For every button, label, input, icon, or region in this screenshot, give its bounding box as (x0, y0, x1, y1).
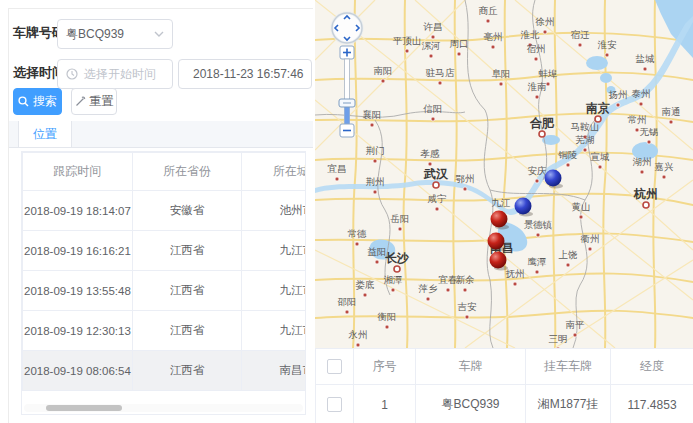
city-label: 咸宁 (428, 193, 447, 204)
vehicle-table-card: 序号 车牌 挂车车牌 经度 1粤BCQ939湘M1877挂117.4853 (315, 348, 693, 423)
city-label: 孝感 (420, 148, 441, 159)
city-dot (543, 30, 547, 34)
city-label: 鹰潭 (528, 256, 547, 267)
city-label: 永州 (348, 329, 368, 340)
table-row[interactable]: 2018-09-19 18:14:07安徽省池州市 (23, 191, 307, 231)
blue-location-marker[interactable] (545, 170, 562, 187)
city-dot (370, 123, 374, 127)
blue-location-marker[interactable] (515, 198, 532, 215)
city-label: 南通 (662, 106, 681, 117)
city-dot (438, 81, 442, 85)
city-dot (385, 325, 389, 329)
row-checkbox[interactable] (327, 397, 342, 412)
city-dot (463, 187, 467, 191)
city-dot (431, 35, 435, 39)
tab-bar: 位置 (9, 121, 313, 148)
city-dot (662, 175, 666, 179)
clock-icon (66, 68, 78, 80)
track-table-card: 跟踪时间所在省份所在城市 2018-09-19 18:14:07安徽省池州市20… (21, 151, 306, 415)
table-cell: 江西省 (132, 351, 242, 391)
vehicle-table: 序号 车牌 挂车车牌 经度 1粤BCQ939湘M1877挂117.4853 (315, 348, 693, 423)
city-label: 杭州 (633, 187, 658, 201)
end-time-value: 2018-11-23 16:57:46 (193, 67, 304, 81)
plate-number-select[interactable]: 粤BCQ939 (57, 19, 173, 49)
table-row[interactable]: 2018-09-19 08:06:54江西省南昌市 (23, 351, 307, 391)
city-dot (635, 128, 639, 132)
table-cell: 池州市 (242, 191, 306, 231)
city-label: 九江 (492, 197, 511, 208)
end-time-input[interactable]: 2018-11-23 16:57:46 (178, 59, 312, 89)
city-dot (463, 288, 467, 292)
city-label: 无锡 (640, 126, 659, 137)
map-pan-control[interactable] (332, 13, 362, 43)
city-dot (499, 82, 503, 86)
city-dot (534, 57, 538, 61)
city-label: 周口 (450, 38, 469, 49)
city-dot (578, 43, 582, 47)
city-dot (539, 131, 545, 137)
city-label: 景德镇 (524, 219, 553, 230)
table-cell: 九江市 (242, 271, 306, 311)
city-dot (457, 52, 461, 56)
col-index: 序号 (354, 349, 416, 385)
tab-location[interactable]: 位置 (18, 121, 72, 147)
city-dot (446, 288, 450, 292)
city-label: 上饶 (559, 249, 578, 260)
city-dot (535, 95, 539, 99)
red-location-marker[interactable] (491, 211, 508, 228)
city-dot (640, 170, 644, 174)
reset-button[interactable]: 重置 (71, 88, 117, 115)
query-panel: 车牌号码 粤BCQ939 选择时间 选择开始时间 2018-11-23 16:5… (8, 8, 313, 423)
start-time-input[interactable]: 选择开始时间 (57, 59, 173, 89)
table-row[interactable]: 1粤BCQ939湘M1877挂117.4853 (316, 385, 693, 423)
city-dot (373, 159, 377, 163)
map-canvas[interactable]: 商丘许昌平顶山漯河周口亳州徐州淮北宿州宿迁淮安盐城南阳驻马店阜阳蚌埠淮南信阳襄阳… (315, 0, 693, 348)
city-label: 三明 (549, 333, 568, 344)
table-cell: 1 (354, 385, 416, 423)
table-cell: 2018-09-19 13:55:48 (23, 271, 133, 311)
city-label: 长沙 (385, 251, 410, 265)
red-location-marker[interactable] (488, 233, 505, 250)
column-header: 所在城市 (242, 153, 306, 191)
track-table-header: 跟踪时间所在省份所在城市 (23, 153, 307, 191)
city-dot (381, 79, 385, 83)
city-dot (486, 19, 490, 23)
city-dot (643, 202, 649, 208)
reset-button-label: 重置 (90, 93, 114, 110)
tab-location-label: 位置 (33, 126, 57, 143)
city-label: 湘潭 (384, 274, 403, 285)
column-header: 所在省份 (132, 153, 242, 191)
chevron-down-icon (154, 31, 164, 37)
red-location-marker[interactable] (490, 252, 507, 269)
reset-icon (75, 96, 86, 107)
city-dot (588, 247, 592, 251)
city-label: 邵阳 (338, 296, 357, 307)
city-label: 吉安 (458, 301, 478, 312)
table-row[interactable]: 2018-09-19 16:16:21江西省九江市 (23, 231, 307, 271)
city-label: 娄底 (356, 279, 375, 290)
city-label: 阜阳 (492, 68, 511, 79)
scrollbar-thumb[interactable] (46, 405, 122, 411)
city-label: 宿迁 (571, 29, 591, 40)
city-dot (643, 67, 647, 71)
city-dot (391, 288, 395, 292)
search-button[interactable]: 搜索 (13, 88, 62, 115)
select-all-checkbox[interactable] (327, 359, 342, 374)
city-dot (566, 263, 570, 267)
horizontal-scrollbar[interactable] (24, 404, 303, 412)
city-dot (583, 148, 587, 152)
city-dot (429, 54, 433, 58)
city-dot (405, 49, 409, 53)
city-label: 淮南 (528, 81, 547, 92)
city-label: 抚州 (506, 268, 525, 279)
city-label: 益阳 (368, 246, 387, 257)
search-icon (18, 96, 29, 107)
city-label: 淮安 (598, 39, 618, 50)
table-row[interactable]: 2018-09-19 12:30:13江西省九江市 (23, 311, 307, 351)
city-dot (375, 260, 379, 264)
city-label: 平顶山 (393, 35, 422, 46)
table-cell: 2018-09-19 12:30:13 (23, 311, 133, 351)
city-label: 商丘 (479, 5, 499, 16)
table-row[interactable]: 2018-09-19 13:55:48江西省九江市 (23, 271, 307, 311)
city-label: 鄂州 (456, 173, 475, 184)
